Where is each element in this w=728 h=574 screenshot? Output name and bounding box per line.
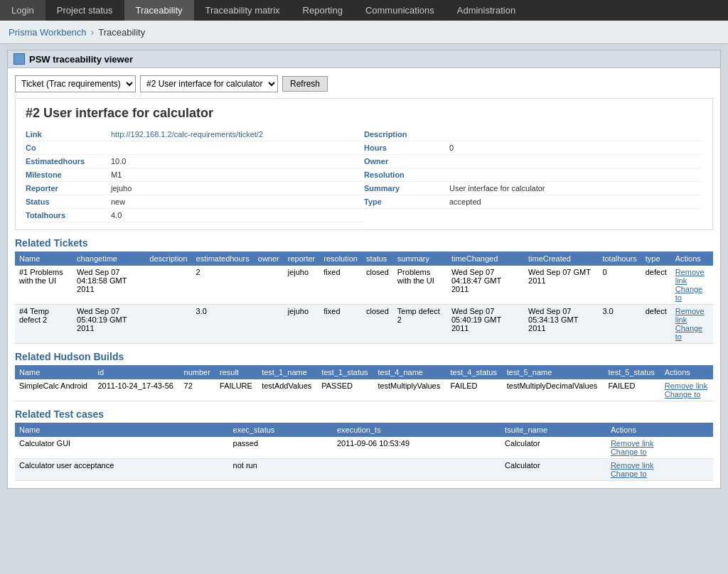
nav-administration[interactable]: Administration — [446, 0, 527, 21]
th-resolution: resolution — [319, 251, 362, 266]
breadcrumb-home[interactable]: Prisma Workbench — [9, 27, 87, 38]
th-totalhours: totalhours — [598, 251, 641, 266]
hudson-t5status: FAILED — [604, 379, 660, 401]
detail-estimatedhours-label: Estimatedhours — [26, 157, 111, 166]
th-timechanged: timeChanged — [447, 251, 524, 266]
change-to-link[interactable]: Change to — [675, 285, 709, 302]
ticket-status: closed — [362, 266, 393, 305]
detail-title: #2 User interface for calculator — [26, 106, 702, 121]
type-dropdown[interactable]: Ticket (Trac requirements) — [15, 75, 136, 92]
detail-totalhours-row: Totalhours 4.0 — [26, 209, 364, 222]
detail-type-label: Type — [364, 197, 449, 206]
ticket-totalhours: 3.0 — [598, 305, 641, 344]
detail-co-row: Co — [26, 141, 364, 155]
th-hudson-name: Name — [15, 365, 93, 379]
detail-owner-label: Owner — [364, 157, 449, 166]
ticket-reporter: jejuho — [284, 305, 320, 344]
hudson-t1status: PASSED — [317, 379, 373, 401]
hudson-header-row: Name id number result test_1_name test_1… — [15, 365, 713, 379]
th-hudson-t1name: test_1_name — [257, 365, 317, 379]
detail-estimatedhours-row: Estimatedhours 10.0 — [26, 155, 364, 168]
refresh-button[interactable]: Refresh — [282, 76, 328, 92]
ticket-timecreated: Wed Sep 07 GMT 2011 — [524, 266, 598, 305]
hudson-t1name: testAddValues — [257, 379, 317, 401]
change-to-link[interactable]: Change to — [675, 324, 709, 341]
detail-milestone-row: Milestone M1 — [26, 168, 364, 182]
ticket-type: defect — [641, 305, 671, 344]
hudson-id: 2011-10-24_17-43-56 — [93, 379, 179, 401]
detail-owner-row: Owner — [364, 155, 702, 168]
change-to-link[interactable]: Change to — [611, 448, 709, 456]
remove-link[interactable]: Remove link — [675, 268, 709, 285]
detail-totalhours-label: Totalhours — [26, 211, 111, 220]
ticket-name: #4 Temp defect 2 — [15, 305, 73, 344]
ticket-totalhours: 0 — [598, 266, 641, 305]
remove-link[interactable]: Remove link — [611, 439, 709, 448]
breadcrumb-separator: › — [91, 26, 95, 38]
detail-type-value: accepted — [449, 197, 481, 206]
detail-milestone-label: Milestone — [26, 170, 111, 179]
nav-traceability[interactable]: Traceability — [124, 0, 194, 21]
th-hudson-t4name: test_4_name — [373, 365, 446, 379]
detail-summary-row: Summary User interface for calculator — [364, 182, 702, 195]
hudson-t4name: testMultiplyValues — [373, 379, 446, 401]
hudson-t4status: FAILED — [446, 379, 503, 401]
panel-header: PSW traceability viewer — [8, 50, 720, 68]
th-tc-name: Name — [15, 423, 229, 437]
ticket-summary: Temp defect 2 — [393, 305, 447, 344]
remove-link[interactable]: Remove link — [665, 381, 709, 390]
detail-resolution-row: Resolution — [364, 168, 702, 182]
ticket-estimatedhours: 2 — [192, 266, 254, 305]
nav-traceability-matrix[interactable]: Traceability matrix — [194, 0, 291, 21]
ticket-actions: Remove link Change to — [671, 266, 713, 305]
th-tc-execution-ts: execution_ts — [333, 423, 500, 437]
ticket-owner — [254, 305, 284, 344]
detail-hours-label: Hours — [364, 144, 449, 152]
th-tc-exec-status: exec_status — [229, 423, 333, 437]
breadcrumb-current: Traceability — [98, 27, 145, 38]
related-hudson-title: Related Hudson Builds — [15, 351, 713, 362]
related-testcases-table: Name exec_status execution_ts tsuite_nam… — [15, 423, 713, 481]
detail-type-row: Type accepted — [364, 195, 702, 209]
testcases-header-row: Name exec_status execution_ts tsuite_nam… — [15, 423, 713, 437]
ticket-resolution: fixed — [319, 266, 362, 305]
detail-hours-row: Hours 0 — [364, 141, 702, 155]
ticket-summary: Problems with the UI — [393, 266, 447, 305]
related-tickets-table: Name changetime description estimatedhou… — [15, 251, 713, 344]
ticket-resolution: fixed — [319, 305, 362, 344]
detail-totalhours-value: 4.0 — [111, 211, 122, 220]
nav-login[interactable]: Login — [0, 0, 46, 21]
th-description: description — [145, 251, 191, 266]
remove-link[interactable]: Remove link — [611, 461, 709, 470]
nav-project-status[interactable]: Project status — [46, 0, 124, 21]
panel-icon — [14, 53, 25, 65]
th-hudson-actions: Actions — [660, 365, 713, 379]
ticket-changetime: Wed Sep 07 04:18:58 GMT 2011 — [73, 266, 145, 305]
detail-link-anchor[interactable]: http://192.168.1.2/calc-requirements/tic… — [111, 130, 263, 139]
ticket-status: closed — [362, 305, 393, 344]
breadcrumb: Prisma Workbench › Traceability — [0, 21, 728, 44]
remove-link[interactable]: Remove link — [675, 307, 709, 324]
nav-communications[interactable]: Communications — [354, 0, 446, 21]
ticket-estimatedhours: 3.0 — [192, 305, 254, 344]
hudson-number: 72 — [180, 379, 215, 401]
related-tickets-title: Related Tickets — [15, 237, 713, 249]
main-content: PSW traceability viewer Ticket (Trac req… — [0, 44, 728, 500]
th-hudson-t4status: test_4_status — [446, 365, 503, 379]
tc-name: Calculator user acceptance — [15, 459, 229, 481]
change-to-link[interactable]: Change to — [611, 470, 709, 478]
change-to-link[interactable]: Change to — [665, 390, 709, 399]
nav-reporting[interactable]: Reporting — [291, 0, 354, 21]
th-type: type — [641, 251, 671, 266]
item-dropdown[interactable]: #2 User interface for calculator — [140, 75, 278, 92]
th-hudson-t5status: test_5_status — [604, 365, 660, 379]
detail-reporter-row: Reporter jejuho — [26, 182, 364, 195]
detail-description-row: Description — [364, 128, 702, 141]
th-tc-tsuite-name: tsuite_name — [500, 423, 606, 437]
ticket-actions: Remove link Change to — [671, 305, 713, 344]
related-tickets-header-row: Name changetime description estimatedhou… — [15, 251, 713, 266]
th-summary: summary — [393, 251, 447, 266]
panel-body: Ticket (Trac requirements) #2 User inter… — [8, 68, 720, 488]
hudson-t5name: testMultiplyDecimalValues — [503, 379, 604, 401]
ticket-owner — [254, 266, 284, 305]
